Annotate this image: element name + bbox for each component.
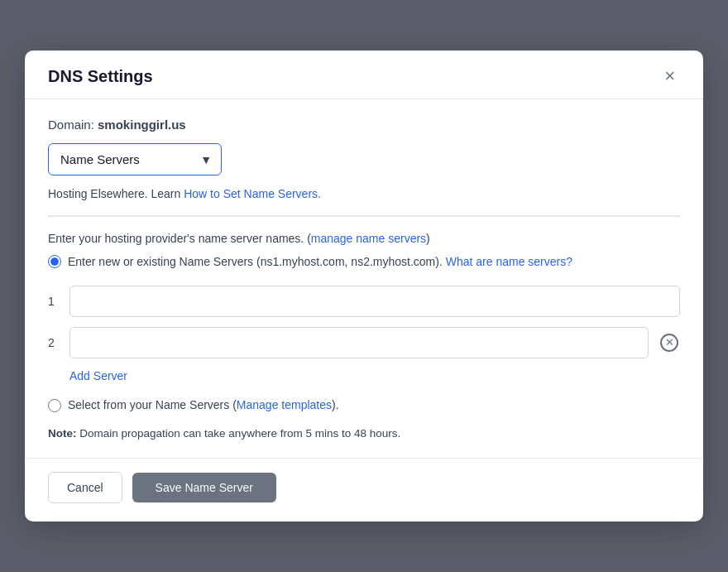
enter-suffix: ) xyxy=(426,232,430,245)
note-body: Domain propagation can take anywhere fro… xyxy=(77,427,401,440)
radio-enter-text: Enter new or existing Name Servers (ns1.… xyxy=(68,255,446,268)
radio-select-row: Select from your Name Servers (Manage te… xyxy=(48,397,680,412)
radio-select-input[interactable] xyxy=(48,399,61,412)
manage-name-servers-link[interactable]: manage name servers xyxy=(311,232,426,245)
circle-x-icon: ✕ xyxy=(660,334,678,352)
dns-settings-modal: DNS Settings × Domain: smokinggirl.us Na… xyxy=(25,50,703,522)
manage-templates-link[interactable]: Manage templates xyxy=(237,398,332,411)
cancel-button[interactable]: Cancel xyxy=(48,472,122,503)
server-input-2[interactable] xyxy=(69,327,649,358)
server-input-1[interactable] xyxy=(69,286,680,317)
enter-provider-text: Enter your hosting provider's name serve… xyxy=(48,232,680,245)
modal-overlay: DNS Settings × Domain: smokinggirl.us Na… xyxy=(0,0,728,572)
what-are-name-servers-link[interactable]: What are name servers? xyxy=(446,255,572,268)
note-text: Note: Domain propagation can take anywhe… xyxy=(48,427,680,440)
dns-type-select[interactable]: Name Servers DNS Records xyxy=(48,143,222,175)
domain-value: smokinggirl.us xyxy=(98,118,186,132)
radio-enter-label: Enter new or existing Name Servers (ns1.… xyxy=(68,253,572,271)
radio-enter-input[interactable] xyxy=(48,255,61,268)
modal-header: DNS Settings × xyxy=(25,50,703,99)
radio-select-label: Select from your Name Servers (Manage te… xyxy=(68,398,339,411)
divider xyxy=(48,215,680,217)
enter-prefix: Enter your hosting provider's name serve… xyxy=(48,232,311,245)
hosting-prefix: Hosting Elsewhere. Learn xyxy=(48,187,184,200)
server-row-2: 2 ✕ xyxy=(48,327,680,358)
how-to-set-link[interactable]: How to Set Name Servers. xyxy=(184,187,321,200)
domain-prefix: Domain: xyxy=(48,118,94,132)
domain-label: Domain: smokinggirl.us xyxy=(48,118,680,132)
modal-title: DNS Settings xyxy=(48,67,153,86)
add-server-link[interactable]: Add Server xyxy=(69,369,127,382)
modal-footer: Cancel Save Name Server xyxy=(25,458,703,522)
dropdown-wrapper: Name Servers DNS Records ▼ xyxy=(48,143,222,175)
server-num-2: 2 xyxy=(48,336,60,349)
close-button[interactable]: × xyxy=(659,65,680,87)
remove-server-button[interactable]: ✕ xyxy=(659,332,680,353)
modal-body: Domain: smokinggirl.us Name Servers DNS … xyxy=(25,99,703,440)
select-prefix: Select from your Name Servers ( xyxy=(68,398,237,411)
save-name-server-button[interactable]: Save Name Server xyxy=(132,473,276,502)
server-row-1: 1 xyxy=(48,286,680,317)
hosting-elsewhere-text: Hosting Elsewhere. Learn How to Set Name… xyxy=(48,187,680,200)
radio-enter-row: Enter new or existing Name Servers (ns1.… xyxy=(48,253,680,271)
select-suffix: ). xyxy=(332,398,339,411)
server-num-1: 1 xyxy=(48,295,60,308)
note-bold: Note: xyxy=(48,427,77,440)
